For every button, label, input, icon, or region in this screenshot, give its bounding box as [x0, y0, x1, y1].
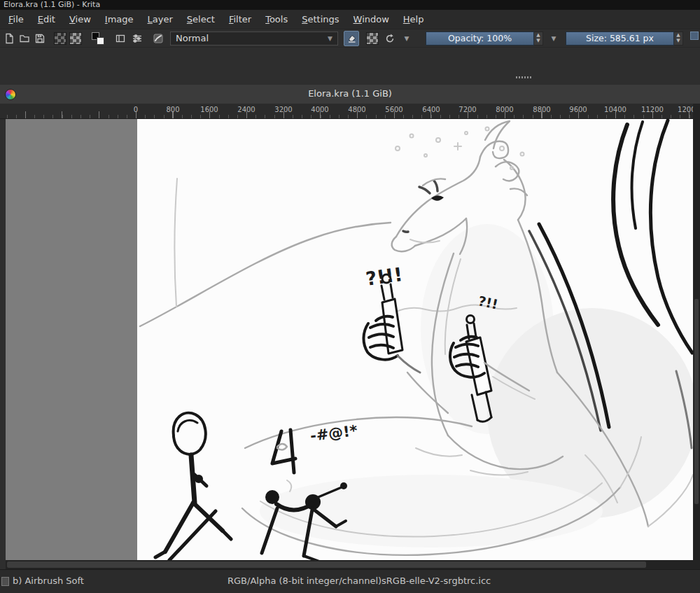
- document-title: Elora.kra (1.1 GiB): [0, 88, 700, 99]
- size-slider[interactable]: Size: 585.61 px: [566, 32, 674, 46]
- background-color-swatch: [97, 37, 104, 45]
- splitter-handle[interactable]: [516, 76, 531, 78]
- horizontal-scrollbar[interactable]: [6, 560, 693, 569]
- open-image-button[interactable]: [17, 31, 32, 46]
- ruler-tick-label: 8000: [496, 106, 513, 113]
- ruler-tick-label: 10400: [604, 106, 626, 113]
- save-icon: [34, 33, 46, 44]
- menu-settings[interactable]: Settings: [295, 11, 346, 27]
- spin-down-icon: ▼: [536, 39, 540, 44]
- blending-mode-value: Normal: [176, 33, 209, 43]
- size-spinner[interactable]: ▲▼: [674, 32, 683, 46]
- ruler-tick-label: 4000: [311, 106, 328, 113]
- window-title: Elora.kra (1.1 GiB) - Krita: [4, 0, 100, 9]
- vertical-scrollbar-thumb[interactable]: [694, 299, 699, 504]
- eraser-options-arrow[interactable]: ▼: [402, 32, 412, 46]
- ruler-tick-label: 11200: [641, 106, 664, 113]
- dockers-layout-icon: [115, 33, 126, 44]
- ruler-tick-label: 4800: [348, 106, 365, 113]
- foreground-background-colors[interactable]: [92, 32, 104, 45]
- exclamation-left: ?!!!: [365, 263, 404, 290]
- ruler-tick-label: 9600: [569, 106, 587, 113]
- menu-select[interactable]: Select: [180, 11, 222, 27]
- brush-preset-thumbnail-icon: [1, 577, 9, 586]
- statusbar-brush-name: b) Airbrush Soft: [13, 575, 84, 586]
- ruler-tick-label: 2400: [237, 106, 255, 113]
- canvas-viewport: ?!!! ?!! -#@!*: [6, 119, 693, 560]
- document-titlebar: Elora.kra (1.1 GiB): [0, 85, 700, 104]
- vertical-scrollbar[interactable]: [693, 104, 700, 569]
- show-dockers-button[interactable]: [113, 31, 128, 46]
- size-value: Size: 585.61 px: [586, 33, 654, 43]
- sliders-icon: [132, 33, 143, 44]
- blending-mode-dropdown[interactable]: Normal ▼: [170, 32, 338, 46]
- eraser-icon: [346, 33, 357, 43]
- open-folder-icon: [19, 33, 30, 44]
- docker-strip: [0, 48, 700, 85]
- opacity-options-arrow[interactable]: ▼: [549, 32, 559, 46]
- window-titlebar: Elora.kra (1.1 GiB) - Krita: [0, 0, 700, 10]
- ruler-tick-label: 7200: [458, 106, 476, 113]
- opacity-spinner[interactable]: ▲▼: [534, 32, 543, 46]
- menu-image[interactable]: Image: [98, 11, 141, 27]
- statusbar-color-mode: RGB/Alpha (8-bit integer/channel): [227, 575, 382, 586]
- menu-layer[interactable]: Layer: [141, 11, 180, 27]
- ruler-tick-label: 6400: [422, 106, 440, 113]
- statusbar: b) Airbrush Soft RGB/Alpha (8-bit intege…: [0, 569, 700, 593]
- brush-preset-chooser-button[interactable]: [150, 31, 166, 46]
- new-document-icon: [4, 33, 15, 44]
- main-toolbar: Normal ▼ ▼ Opacity: 100% ▲▼ ▼ Size: 585.…: [0, 29, 700, 48]
- opacity-slider[interactable]: Opacity: 100%: [426, 32, 534, 46]
- ruler-tick-label: 3200: [274, 106, 292, 113]
- krita-window: Elora.kra (1.1 GiB) - Krita File Edit Vi…: [0, 0, 700, 593]
- canvas[interactable]: ?!!! ?!! -#@!*: [137, 119, 693, 560]
- horizontal-scrollbar-thumb[interactable]: [7, 561, 646, 568]
- preserve-alpha-button[interactable]: [366, 32, 379, 45]
- sketch-drawing: ?!!! ?!! -#@!*: [137, 119, 693, 560]
- menubar: File Edit View Image Layer Select Filter…: [0, 10, 700, 29]
- menu-window[interactable]: Window: [346, 11, 396, 27]
- gradient-chooser-button[interactable]: [54, 32, 66, 45]
- menu-help[interactable]: Help: [396, 11, 431, 27]
- reload-preset-button[interactable]: [382, 31, 398, 46]
- toolbar-overflow-button[interactable]: [690, 32, 699, 40]
- ruler-tick-label: 5600: [385, 106, 402, 113]
- ruler-tick-label: 0: [134, 106, 138, 113]
- ruler-tick-label: 1600: [200, 106, 218, 113]
- menu-filter[interactable]: Filter: [222, 11, 258, 27]
- save-button[interactable]: [32, 31, 48, 46]
- menu-view[interactable]: View: [62, 11, 98, 27]
- pattern-chooser-button[interactable]: [69, 32, 82, 45]
- ruler-tick-label: 8800: [533, 106, 550, 113]
- brush-preset-icon: [153, 33, 164, 44]
- spin-down-icon: ▼: [676, 39, 680, 44]
- menu-file[interactable]: File: [1, 11, 31, 27]
- menu-edit[interactable]: Edit: [31, 11, 62, 27]
- reload-icon: [384, 33, 396, 44]
- horizontal-ruler: 0 800 1600 2400 3200 4000 4800 5600 6400…: [0, 104, 700, 119]
- opacity-value: Opacity: 100%: [448, 33, 512, 43]
- ruler-tick-label: 800: [166, 106, 179, 113]
- chevron-down-icon: ▼: [328, 35, 332, 42]
- new-image-button[interactable]: [1, 31, 17, 46]
- eraser-mode-button[interactable]: [344, 31, 359, 46]
- statusbar-color-profile: sRGB-elle-V2-srgbtrc.icc: [382, 575, 491, 586]
- brush-settings-button[interactable]: [130, 31, 145, 46]
- menu-tools[interactable]: Tools: [258, 11, 295, 27]
